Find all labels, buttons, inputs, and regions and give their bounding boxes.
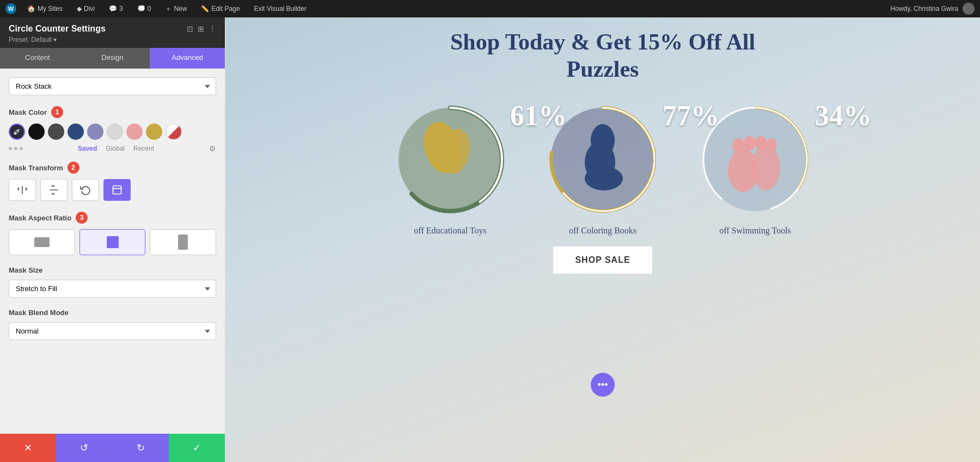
confirm-icon: ✓ (193, 442, 201, 454)
preset-selector[interactable]: Preset: Default ▾ (9, 36, 216, 44)
panel-header-icons: ⊡ ⊞ ⋮ (187, 24, 216, 33)
main-area: Circle Counter Settings ⊡ ⊞ ⋮ Preset: De… (0, 17, 980, 462)
bubble-icon: 💭 (137, 5, 145, 13)
svg-point-17 (732, 138, 745, 153)
counter-label-1: off Educational Toys (414, 226, 486, 236)
flip-horizontal-btn[interactable] (9, 179, 36, 201)
aspect-buttons (9, 229, 216, 255)
color-swatches (9, 124, 216, 140)
color-swatch-pink[interactable] (126, 124, 143, 140)
resize-icon[interactable]: ⊡ (187, 24, 193, 33)
svg-point-16 (752, 145, 780, 190)
color-swatch-navy[interactable] (68, 124, 84, 140)
svg-rect-1 (113, 186, 121, 194)
aspect-tall-btn[interactable] (150, 229, 216, 255)
counter-value-1: 61% (510, 100, 567, 132)
mask-color-badge: 1 (51, 106, 63, 118)
counter-value-2: 77% (663, 100, 719, 132)
tab-design[interactable]: Design (75, 48, 150, 69)
edit-page-link[interactable]: ✏️ Edit Page (198, 4, 243, 14)
page-headline: Shop Today & Get 15% Off All Puzzles (225, 17, 980, 89)
transform-box-btn[interactable] (103, 179, 131, 201)
mask-aspect-ratio-section: Mask Aspect Ratio 3 (9, 212, 216, 255)
mask-size-section: Mask Size Stretch to Fill Fit Auto Cover (9, 266, 216, 298)
color-tabs-row: Saved Global Recent ⚙ (9, 144, 216, 153)
new-post-link[interactable]: ＋ New (162, 3, 190, 15)
confirm-button[interactable]: ✓ (169, 434, 225, 462)
color-dot (14, 147, 17, 150)
my-sites-link[interactable]: 🏠 My Sites (24, 4, 66, 14)
color-swatch-lavender[interactable] (87, 124, 103, 140)
divi-link[interactable]: ◆ Divi (74, 4, 98, 14)
panel-header: Circle Counter Settings ⊡ ⊞ ⋮ Preset: De… (0, 17, 225, 48)
cancel-icon: ✕ (24, 442, 32, 454)
svg-point-11 (585, 167, 623, 190)
comments-icon: 💬 (109, 5, 117, 13)
color-dot (9, 147, 12, 150)
svg-point-19 (755, 136, 767, 150)
panel-body: Rock Stack Default Georgia Arial Mask Co… (0, 69, 225, 434)
color-swatch-black[interactable] (28, 124, 45, 140)
layout-icon[interactable]: ⊞ (198, 24, 204, 33)
cancel-button[interactable]: ✕ (0, 434, 56, 462)
more-icon[interactable]: ⋮ (209, 24, 216, 33)
mask-size-select[interactable]: Stretch to Fill Fit Auto Cover (9, 280, 216, 298)
svg-point-18 (744, 136, 756, 150)
color-swatch-gold[interactable] (146, 124, 162, 140)
circle-svg-1 (390, 100, 510, 219)
counters-row: 61% off Educational Toys (225, 89, 980, 247)
color-dots (9, 147, 23, 150)
mask-aspect-label: Mask Aspect Ratio 3 (9, 212, 216, 224)
panel-title-row: Circle Counter Settings ⊡ ⊞ ⋮ (9, 24, 216, 34)
settings-panel: Circle Counter Settings ⊡ ⊞ ⋮ Preset: De… (0, 17, 225, 462)
global-tab[interactable]: Global (106, 145, 125, 152)
font-select[interactable]: Rock Stack Default Georgia Arial (9, 77, 216, 95)
transform-buttons (9, 179, 216, 201)
divi-icon: ◆ (77, 5, 82, 13)
mask-size-label: Mask Size (9, 266, 216, 274)
user-greeting: Howdy, Christina Gwira (891, 5, 958, 13)
aspect-wide-btn[interactable] (9, 229, 75, 255)
home-icon: 🏠 (27, 5, 35, 13)
mask-color-section: Mask Color 1 (9, 106, 216, 153)
mask-transform-label: Mask Transform 2 (9, 162, 216, 174)
avatar[interactable] (963, 3, 975, 15)
recent-tab[interactable]: Recent (133, 145, 154, 152)
color-swatch-dark[interactable] (48, 124, 64, 140)
aspect-square-shape (107, 236, 119, 248)
admin-bar: W 🏠 My Sites ◆ Divi 💬 3 💭 0 ＋ New ✏️ Edi… (0, 0, 980, 17)
bubbles-link[interactable]: 💭 0 (134, 4, 155, 14)
undo-button[interactable]: ↺ (56, 434, 112, 462)
eyedropper-swatch[interactable] (9, 124, 25, 140)
mask-blend-mode-section: Mask Blend Mode Normal Multiply Screen O… (9, 309, 216, 340)
color-swatch-light[interactable] (107, 124, 123, 140)
preset-label: Preset: Default (9, 36, 52, 44)
font-select-row: Rock Stack Default Georgia Arial (9, 77, 216, 95)
aspect-square-btn[interactable] (79, 229, 146, 255)
mask-transform-badge: 2 (68, 162, 79, 174)
comments-link[interactable]: 💬 3 (106, 4, 126, 14)
floating-dots-button[interactable]: ••• (591, 373, 615, 397)
color-swatch-diagonal[interactable] (166, 124, 182, 140)
mask-transform-section: Mask Transform 2 (9, 162, 216, 201)
wp-logo-icon[interactable]: W (5, 3, 16, 14)
color-settings-icon[interactable]: ⚙ (209, 144, 216, 153)
color-dot (20, 147, 23, 150)
tab-advanced[interactable]: Advanced (150, 48, 225, 69)
redo-button[interactable]: ↻ (113, 434, 169, 462)
flip-vertical-btn[interactable] (40, 179, 68, 201)
saved-tab[interactable]: Saved (78, 145, 97, 152)
counter-label-2: off Coloring Books (569, 226, 636, 236)
exit-builder-link[interactable]: Exit Visual Builder (250, 4, 310, 14)
mask-blend-select[interactable]: Normal Multiply Screen Overlay Darken Li… (9, 322, 216, 340)
mask-aspect-badge: 3 (76, 212, 88, 224)
preset-chevron: ▾ (53, 36, 57, 44)
svg-point-20 (766, 138, 777, 151)
tabs-row: Content Design Advanced (0, 48, 225, 69)
rotate-btn[interactable] (72, 179, 99, 201)
mask-color-label: Mask Color 1 (9, 106, 216, 118)
aspect-tall-shape (178, 235, 188, 250)
tab-content[interactable]: Content (0, 48, 75, 69)
shop-sale-button[interactable]: SHOP SALE (553, 247, 652, 274)
panel-footer: ✕ ↺ ↻ ✓ (0, 434, 225, 462)
